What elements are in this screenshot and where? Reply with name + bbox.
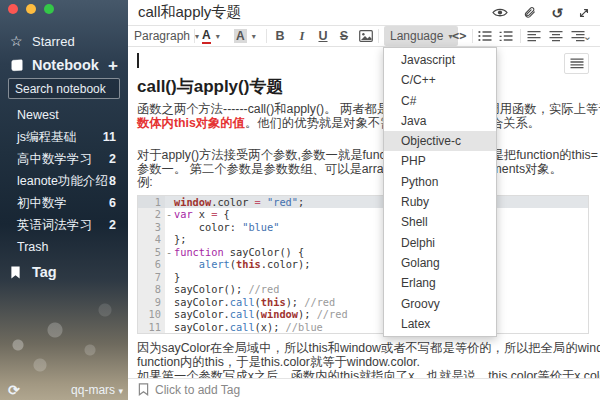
line-number: 9 — [138, 296, 165, 309]
language-option-erlang[interactable]: Erlang — [384, 273, 496, 293]
language-option-javascript[interactable]: Javascript — [384, 50, 496, 70]
maximize-window-button[interactable] — [44, 4, 54, 14]
sidebar-item-notebook[interactable]: Notebook + — [0, 54, 128, 76]
fold-marker[interactable]: - — [165, 208, 174, 221]
tag-bar[interactable]: Click to add Tag — [128, 378, 600, 400]
italic-label: I — [295, 29, 309, 44]
align-left-button[interactable] — [527, 26, 541, 46]
language-option-python[interactable]: Python — [384, 172, 496, 192]
notebook-count-badge: 11 — [103, 130, 116, 144]
code-line: 10 sayColor.call(window); //red — [138, 308, 588, 321]
strikethrough-button[interactable]: S — [337, 26, 351, 46]
chevron-down-icon: ▾ — [252, 32, 256, 41]
numbered-list-button[interactable] — [499, 26, 513, 46]
language-option-c-[interactable]: C# — [384, 91, 496, 111]
fold-marker[interactable]: - — [165, 246, 174, 259]
code-line: 8 sayColor(); //red — [138, 283, 588, 296]
text-line: 因为sayColor在全局域中，所以this和window或者不写都是等价的，所… — [137, 342, 590, 356]
toolbar-more-button[interactable]: ⌄ — [583, 26, 592, 46]
sidebar-item-trash[interactable]: Trash — [0, 236, 128, 258]
align-center-button[interactable] — [549, 26, 563, 46]
language-option-php[interactable]: PHP — [384, 151, 496, 171]
starred-label: Starred — [32, 34, 75, 49]
notebook-label: Notebook — [32, 57, 99, 73]
notebook-item-label: Newest — [17, 108, 59, 122]
fullscreen-icon[interactable] — [578, 7, 590, 19]
underline-button[interactable]: U — [316, 26, 330, 46]
attachment-paperclip-icon[interactable] — [523, 6, 536, 19]
font-color-button[interactable]: A ▾ — [202, 26, 220, 46]
code-text: var x = { — [174, 208, 230, 221]
insert-image-button[interactable] — [359, 26, 373, 46]
language-option-ruby[interactable]: Ruby — [384, 192, 496, 212]
language-dropdown-button[interactable]: Language ▾ — [384, 26, 458, 46]
sync-icon[interactable]: ⟳ — [8, 382, 20, 398]
highlight-color-button[interactable]: A ▾ — [234, 26, 256, 46]
italic-button[interactable]: I — [295, 26, 309, 46]
preview-eye-icon[interactable] — [492, 7, 508, 18]
fold-spacer — [165, 321, 174, 334]
notebook-count-badge: 8 — [109, 174, 116, 188]
note-title[interactable]: call和apply专题 — [138, 3, 241, 22]
text-caret — [137, 53, 139, 68]
code-block-button[interactable]: <> — [452, 26, 466, 46]
font-color-label: A — [202, 28, 211, 44]
language-option-groovy[interactable]: Groovy — [384, 294, 496, 314]
paragraph-2: 对于apply()方法接受两个参数,参数一就是function的作用域，也就是把… — [137, 149, 590, 190]
language-option-shell[interactable]: Shell — [384, 212, 496, 232]
bold-label: B — [273, 29, 287, 43]
minimize-window-button[interactable] — [26, 4, 36, 14]
language-option-latex[interactable]: Latex — [384, 314, 496, 334]
tag-hint-label: Click to add Tag — [155, 383, 240, 397]
line-number: 3 — [138, 221, 165, 234]
account-menu[interactable]: qq-mars ▾ — [71, 383, 123, 397]
paragraph-style-dropdown[interactable]: Paragraph ▾ — [134, 26, 199, 46]
sidebar-footer: ⟳ qq-mars ▾ — [0, 380, 128, 400]
bullet-list-button[interactable] — [478, 26, 492, 46]
star-icon: ☆ — [10, 34, 32, 48]
code-line: 11 sayColor.call(x); //blue — [138, 321, 588, 334]
paragraph-1: 函数之两个方法------call()和apply()。 两者都是用来在特定作用… — [137, 103, 590, 130]
sidebar-notebook-item[interactable]: 初中数学6 — [0, 192, 128, 214]
code-line: 7 } — [138, 271, 588, 284]
code-line: 3 color: "blue" — [138, 221, 588, 234]
notebook-icon — [10, 59, 32, 72]
bold-button[interactable]: B — [273, 26, 287, 46]
code-block[interactable]: 1 window.color = "red";2-var x = {3 colo… — [137, 195, 589, 335]
outline-menu-button[interactable] — [564, 53, 589, 74]
search-input[interactable] — [8, 78, 120, 99]
chevron-down-icon: ▾ — [216, 32, 220, 41]
hamburger-icon — [570, 58, 584, 69]
text-line: 数体内this对象的值。他们的优势就是对象不需要与方法有任何耦合关系。 — [137, 117, 590, 131]
code-text: window.color = "red"; — [174, 196, 304, 209]
sidebar-notebook-item[interactable]: 高中数学学习2 — [0, 148, 128, 170]
code-text: sayColor(); //red — [174, 283, 279, 296]
notebook-count-badge: 2 — [109, 218, 116, 232]
sidebar-notebook-item[interactable]: 英语词法学习2 — [0, 214, 128, 236]
code-line: 4 }; — [138, 233, 588, 246]
code-text: sayColor.call(x); //blue — [174, 321, 323, 334]
sidebar-item-tag[interactable]: Tag — [0, 261, 128, 283]
numbered-list-icon — [499, 30, 513, 42]
sidebar-notebook-item[interactable]: leanote功能介绍8 — [0, 170, 128, 192]
code-line: 5-function sayColor() { — [138, 246, 588, 259]
note-title-bar: call和apply专题 ↺ — [128, 0, 600, 26]
editor-content[interactable]: call()与apply()专题 函数之两个方法------call()和app… — [128, 47, 600, 378]
sidebar-notebook-item[interactable]: js编程基础11 — [0, 126, 128, 148]
language-label: Language — [390, 29, 443, 43]
add-notebook-button[interactable]: + — [108, 57, 118, 74]
language-option-java[interactable]: Java — [384, 111, 496, 131]
chevron-down-icon: ⌄ — [583, 30, 592, 43]
sidebar-item-starred[interactable]: ☆ Starred — [0, 30, 128, 52]
language-option-delphi[interactable]: Delphi — [384, 233, 496, 253]
text-line: 函数之两个方法------call()和apply()。 两者都是用来在特定作用… — [137, 103, 590, 117]
sidebar-notebook-item[interactable]: Newest — [0, 104, 128, 126]
tag-outline-icon — [138, 383, 149, 396]
history-icon[interactable]: ↺ — [551, 6, 563, 20]
text-line: function内的this，于是this.color就等于window.col… — [137, 356, 590, 370]
language-option-golang[interactable]: Golang — [384, 253, 496, 273]
notebook-count-badge: 2 — [109, 152, 116, 166]
close-window-button[interactable] — [8, 4, 18, 14]
language-option-objective-c[interactable]: Objective-c — [384, 131, 496, 151]
language-option-c-c-[interactable]: C/C++ — [384, 70, 496, 90]
